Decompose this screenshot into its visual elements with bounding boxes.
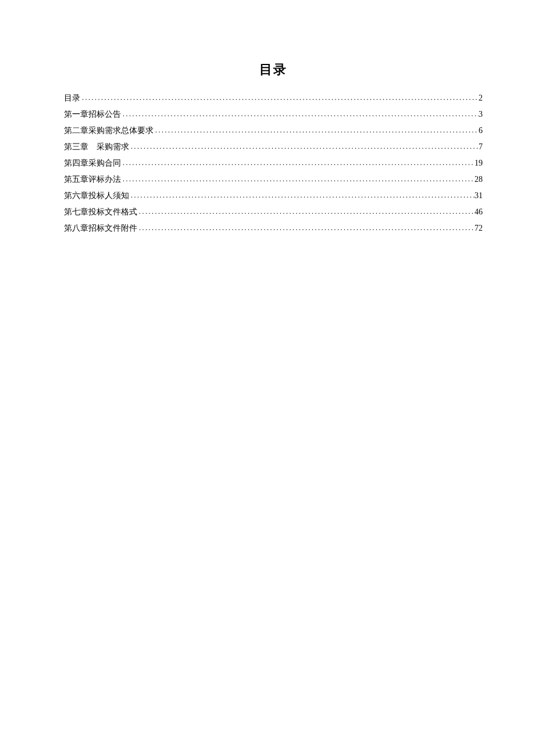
toc-entry: 第二章采购需求总体要求 6 (64, 123, 483, 139)
toc-leader-dots (154, 123, 479, 138)
toc-entry: 第八章招标文件附件 72 (64, 220, 483, 237)
toc-entry: 第一章招标公告 3 (64, 106, 483, 123)
toc-entry: 目录 2 (64, 90, 483, 106)
toc-label: 第四章采购合同 (64, 155, 121, 171)
toc-page-number: 2 (479, 90, 483, 106)
toc-leader-dots (121, 171, 475, 187)
toc-label: 目录 (64, 90, 80, 106)
toc-label: 第六章投标人须知 (64, 188, 129, 203)
toc-entry: 第三章 采购需求 7 (64, 139, 483, 155)
toc-label: 第三章 采购需求 (64, 139, 129, 155)
toc-page-number: 3 (479, 106, 483, 122)
toc-page-number: 7 (479, 139, 483, 155)
toc-entry: 第五章评标办法 28 (64, 171, 483, 188)
toc-leader-dots (137, 204, 475, 220)
toc-entry: 第七章投标文件格式 46 (64, 204, 483, 220)
toc-leader-dots (80, 90, 479, 106)
toc-label: 第二章采购需求总体要求 (64, 123, 154, 138)
toc-label: 第一章招标公告 (64, 106, 121, 122)
document-page: 目录 目录 2 第一章招标公告 3 第二章采购需求总体要求 6 第三章 采购需求… (0, 0, 535, 237)
page-title: 目录 (64, 61, 483, 78)
toc-entry: 第六章投标人须知 31 (64, 188, 483, 204)
toc-page-number: 6 (479, 123, 483, 138)
toc-leader-dots (129, 139, 479, 155)
toc-entry: 第四章采购合同 19 (64, 155, 483, 171)
toc-page-number: 46 (475, 204, 483, 220)
toc-leader-dots (121, 155, 475, 171)
toc-page-number: 19 (475, 155, 483, 171)
toc-page-number: 72 (475, 220, 483, 236)
toc-page-number: 31 (475, 188, 483, 203)
toc-leader-dots (137, 220, 475, 236)
toc-label: 第七章投标文件格式 (64, 204, 137, 220)
toc-leader-dots (129, 188, 475, 203)
toc-leader-dots (121, 106, 479, 122)
table-of-contents: 目录 2 第一章招标公告 3 第二章采购需求总体要求 6 第三章 采购需求 7 … (64, 90, 483, 237)
toc-label: 第五章评标办法 (64, 171, 121, 187)
toc-page-number: 28 (475, 171, 483, 187)
toc-label: 第八章招标文件附件 (64, 220, 137, 236)
